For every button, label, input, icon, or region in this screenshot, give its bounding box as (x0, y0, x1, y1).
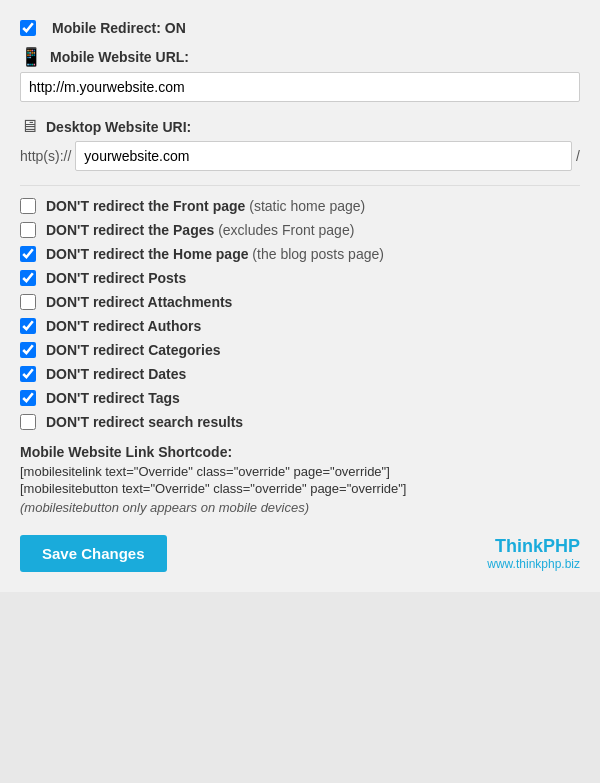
mobile-url-input[interactable]: http://m.yourwebsite.com (20, 72, 580, 102)
checkbox-cb1[interactable] (20, 198, 36, 214)
checkbox-cb7[interactable] (20, 342, 36, 358)
checkbox-cb5[interactable] (20, 294, 36, 310)
checkbox-label-2[interactable]: DON'T redirect the Pages (excludes Front… (46, 222, 354, 238)
brand-url: www.thinkphp.biz (487, 557, 580, 571)
checkbox-row-8: DON'T redirect Dates (20, 366, 580, 382)
checkbox-row-3: DON'T redirect the Home page (the blog p… (20, 246, 580, 262)
shortcode-line2: [mobilesitebutton text="Override" class=… (20, 481, 580, 496)
checkbox-row-1: DON'T redirect the Front page (static ho… (20, 198, 580, 214)
checkbox-label-9[interactable]: DON'T redirect Tags (46, 390, 180, 406)
mobile-redirect-row: Mobile Redirect: ON (20, 20, 580, 36)
checkbox-cb10[interactable] (20, 414, 36, 430)
checkbox-label-7[interactable]: DON'T redirect Categories (46, 342, 221, 358)
checkbox-cb2[interactable] (20, 222, 36, 238)
desktop-url-input[interactable]: yourwebsite.com (75, 141, 572, 171)
save-section: Save Changes ThinkPHP www.thinkphp.biz (20, 535, 580, 572)
checkbox-cb4[interactable] (20, 270, 36, 286)
checkboxes-container: DON'T redirect the Front page (static ho… (20, 198, 580, 430)
shortcode-section: Mobile Website Link Shortcode: [mobilesi… (20, 444, 580, 515)
desktop-url-prefix: http(s):// (20, 148, 71, 164)
monitor-icon (20, 116, 38, 137)
checkbox-label-3[interactable]: DON'T redirect the Home page (the blog p… (46, 246, 384, 262)
shortcode-note: (mobilesitebutton only appears on mobile… (20, 500, 580, 515)
desktop-url-suffix: / (576, 148, 580, 164)
checkbox-row-4: DON'T redirect Posts (20, 270, 580, 286)
checkbox-row-2: DON'T redirect the Pages (excludes Front… (20, 222, 580, 238)
shortcode-title: Mobile Website Link Shortcode: (20, 444, 580, 460)
checkbox-label-10[interactable]: DON'T redirect search results (46, 414, 243, 430)
mobile-url-label: Mobile Website URL: (50, 49, 189, 65)
save-button[interactable]: Save Changes (20, 535, 167, 572)
checkbox-label-1[interactable]: DON'T redirect the Front page (static ho… (46, 198, 365, 214)
mobile-url-label-row: Mobile Website URL: (20, 46, 580, 68)
desktop-url-label-row: Desktop Website URI: (20, 116, 580, 137)
checkbox-row-6: DON'T redirect Authors (20, 318, 580, 334)
mobile-redirect-label: Mobile Redirect: ON (52, 20, 186, 36)
brand: ThinkPHP www.thinkphp.biz (487, 536, 580, 571)
desktop-url-row: http(s):// yourwebsite.com / (20, 141, 580, 171)
checkbox-cb6[interactable] (20, 318, 36, 334)
checkbox-row-5: DON'T redirect Attachments (20, 294, 580, 310)
brand-name: ThinkPHP (495, 536, 580, 556)
checkbox-cb8[interactable] (20, 366, 36, 382)
checkbox-cb3[interactable] (20, 246, 36, 262)
divider (20, 185, 580, 186)
mobile-redirect-checkbox[interactable] (20, 20, 36, 36)
checkbox-label-4[interactable]: DON'T redirect Posts (46, 270, 186, 286)
checkbox-row-9: DON'T redirect Tags (20, 390, 580, 406)
shortcode-line1: [mobilesitelink text="Override" class="o… (20, 464, 580, 479)
checkbox-row-7: DON'T redirect Categories (20, 342, 580, 358)
checkbox-label-6[interactable]: DON'T redirect Authors (46, 318, 201, 334)
mobile-url-input-wrap: http://m.yourwebsite.com (20, 72, 580, 102)
checkbox-label-5[interactable]: DON'T redirect Attachments (46, 294, 232, 310)
checkbox-cb9[interactable] (20, 390, 36, 406)
checkbox-label-8[interactable]: DON'T redirect Dates (46, 366, 186, 382)
checkbox-row-10: DON'T redirect search results (20, 414, 580, 430)
desktop-url-label: Desktop Website URI: (46, 119, 191, 135)
phone-icon (20, 46, 42, 68)
